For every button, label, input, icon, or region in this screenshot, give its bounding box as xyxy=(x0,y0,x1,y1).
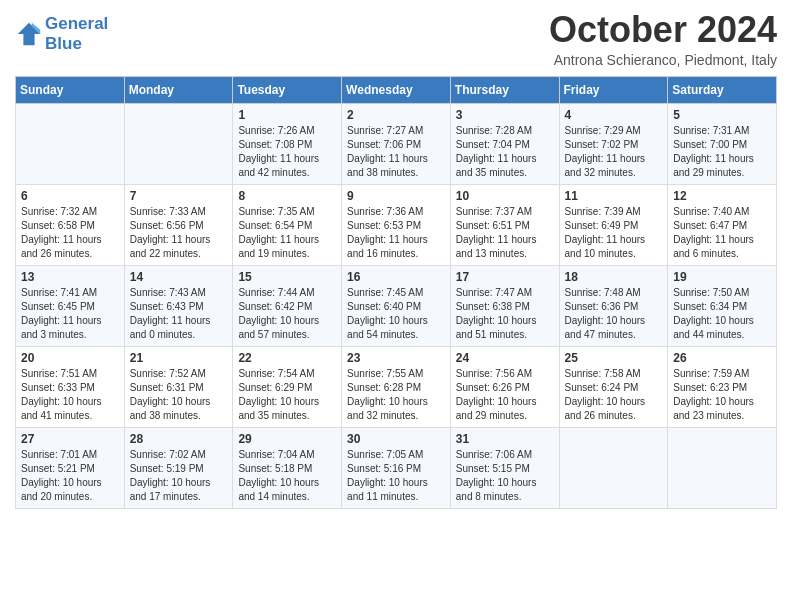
logo-text: General Blue xyxy=(45,14,108,55)
cell-day: 4Sunrise: 7:29 AMSunset: 7:02 PMDaylight… xyxy=(559,103,668,184)
cell-day: 10Sunrise: 7:37 AMSunset: 6:51 PMDayligh… xyxy=(450,184,559,265)
calendar-page: General Blue October 2024 Antrona Schier… xyxy=(0,0,792,524)
cell-day: 16Sunrise: 7:45 AMSunset: 6:40 PMDayligh… xyxy=(342,265,451,346)
cell-day xyxy=(559,427,668,508)
logo: General Blue xyxy=(15,14,108,55)
cell-day: 17Sunrise: 7:47 AMSunset: 6:38 PMDayligh… xyxy=(450,265,559,346)
week-row-3: 13Sunrise: 7:41 AMSunset: 6:45 PMDayligh… xyxy=(16,265,777,346)
day-number: 12 xyxy=(673,189,771,203)
day-number: 15 xyxy=(238,270,336,284)
day-info: Sunrise: 7:41 AMSunset: 6:45 PMDaylight:… xyxy=(21,286,119,342)
day-number: 20 xyxy=(21,351,119,365)
day-info: Sunrise: 7:39 AMSunset: 6:49 PMDaylight:… xyxy=(565,205,663,261)
col-wednesday: Wednesday xyxy=(342,76,451,103)
day-info: Sunrise: 7:06 AMSunset: 5:15 PMDaylight:… xyxy=(456,448,554,504)
week-row-2: 6Sunrise: 7:32 AMSunset: 6:58 PMDaylight… xyxy=(16,184,777,265)
cell-day: 18Sunrise: 7:48 AMSunset: 6:36 PMDayligh… xyxy=(559,265,668,346)
day-info: Sunrise: 7:54 AMSunset: 6:29 PMDaylight:… xyxy=(238,367,336,423)
day-info: Sunrise: 7:40 AMSunset: 6:47 PMDaylight:… xyxy=(673,205,771,261)
day-number: 10 xyxy=(456,189,554,203)
day-info: Sunrise: 7:43 AMSunset: 6:43 PMDaylight:… xyxy=(130,286,228,342)
cell-day: 3Sunrise: 7:28 AMSunset: 7:04 PMDaylight… xyxy=(450,103,559,184)
day-number: 22 xyxy=(238,351,336,365)
day-info: Sunrise: 7:37 AMSunset: 6:51 PMDaylight:… xyxy=(456,205,554,261)
day-info: Sunrise: 7:28 AMSunset: 7:04 PMDaylight:… xyxy=(456,124,554,180)
cell-day: 1Sunrise: 7:26 AMSunset: 7:08 PMDaylight… xyxy=(233,103,342,184)
day-info: Sunrise: 7:01 AMSunset: 5:21 PMDaylight:… xyxy=(21,448,119,504)
day-info: Sunrise: 7:59 AMSunset: 6:23 PMDaylight:… xyxy=(673,367,771,423)
calendar-table: Sunday Monday Tuesday Wednesday Thursday… xyxy=(15,76,777,509)
cell-day xyxy=(668,427,777,508)
cell-day: 7Sunrise: 7:33 AMSunset: 6:56 PMDaylight… xyxy=(124,184,233,265)
day-number: 5 xyxy=(673,108,771,122)
day-number: 6 xyxy=(21,189,119,203)
location-subtitle: Antrona Schieranco, Piedmont, Italy xyxy=(549,52,777,68)
day-number: 13 xyxy=(21,270,119,284)
day-number: 7 xyxy=(130,189,228,203)
cell-day: 26Sunrise: 7:59 AMSunset: 6:23 PMDayligh… xyxy=(668,346,777,427)
cell-day: 6Sunrise: 7:32 AMSunset: 6:58 PMDaylight… xyxy=(16,184,125,265)
day-number: 16 xyxy=(347,270,445,284)
cell-day: 23Sunrise: 7:55 AMSunset: 6:28 PMDayligh… xyxy=(342,346,451,427)
logo-icon xyxy=(15,20,43,48)
day-number: 14 xyxy=(130,270,228,284)
col-tuesday: Tuesday xyxy=(233,76,342,103)
day-number: 2 xyxy=(347,108,445,122)
cell-day: 27Sunrise: 7:01 AMSunset: 5:21 PMDayligh… xyxy=(16,427,125,508)
day-number: 29 xyxy=(238,432,336,446)
cell-day: 25Sunrise: 7:58 AMSunset: 6:24 PMDayligh… xyxy=(559,346,668,427)
day-number: 4 xyxy=(565,108,663,122)
day-info: Sunrise: 7:31 AMSunset: 7:00 PMDaylight:… xyxy=(673,124,771,180)
logo-blue: Blue xyxy=(45,34,108,54)
day-number: 23 xyxy=(347,351,445,365)
month-title: October 2024 xyxy=(549,10,777,50)
day-number: 18 xyxy=(565,270,663,284)
cell-day: 22Sunrise: 7:54 AMSunset: 6:29 PMDayligh… xyxy=(233,346,342,427)
day-info: Sunrise: 7:51 AMSunset: 6:33 PMDaylight:… xyxy=(21,367,119,423)
cell-day: 13Sunrise: 7:41 AMSunset: 6:45 PMDayligh… xyxy=(16,265,125,346)
day-number: 1 xyxy=(238,108,336,122)
cell-day: 11Sunrise: 7:39 AMSunset: 6:49 PMDayligh… xyxy=(559,184,668,265)
col-sunday: Sunday xyxy=(16,76,125,103)
week-row-4: 20Sunrise: 7:51 AMSunset: 6:33 PMDayligh… xyxy=(16,346,777,427)
day-info: Sunrise: 7:48 AMSunset: 6:36 PMDaylight:… xyxy=(565,286,663,342)
col-friday: Friday xyxy=(559,76,668,103)
cell-day: 19Sunrise: 7:50 AMSunset: 6:34 PMDayligh… xyxy=(668,265,777,346)
day-number: 27 xyxy=(21,432,119,446)
day-info: Sunrise: 7:36 AMSunset: 6:53 PMDaylight:… xyxy=(347,205,445,261)
day-info: Sunrise: 7:45 AMSunset: 6:40 PMDaylight:… xyxy=(347,286,445,342)
day-info: Sunrise: 7:55 AMSunset: 6:28 PMDaylight:… xyxy=(347,367,445,423)
col-monday: Monday xyxy=(124,76,233,103)
week-row-1: 1Sunrise: 7:26 AMSunset: 7:08 PMDaylight… xyxy=(16,103,777,184)
cell-day: 9Sunrise: 7:36 AMSunset: 6:53 PMDaylight… xyxy=(342,184,451,265)
day-info: Sunrise: 7:05 AMSunset: 5:16 PMDaylight:… xyxy=(347,448,445,504)
cell-day: 5Sunrise: 7:31 AMSunset: 7:00 PMDaylight… xyxy=(668,103,777,184)
day-info: Sunrise: 7:35 AMSunset: 6:54 PMDaylight:… xyxy=(238,205,336,261)
cell-day xyxy=(124,103,233,184)
day-number: 24 xyxy=(456,351,554,365)
day-info: Sunrise: 7:04 AMSunset: 5:18 PMDaylight:… xyxy=(238,448,336,504)
day-info: Sunrise: 7:56 AMSunset: 6:26 PMDaylight:… xyxy=(456,367,554,423)
day-info: Sunrise: 7:52 AMSunset: 6:31 PMDaylight:… xyxy=(130,367,228,423)
day-info: Sunrise: 7:26 AMSunset: 7:08 PMDaylight:… xyxy=(238,124,336,180)
day-number: 9 xyxy=(347,189,445,203)
cell-day: 14Sunrise: 7:43 AMSunset: 6:43 PMDayligh… xyxy=(124,265,233,346)
cell-day: 15Sunrise: 7:44 AMSunset: 6:42 PMDayligh… xyxy=(233,265,342,346)
cell-day: 21Sunrise: 7:52 AMSunset: 6:31 PMDayligh… xyxy=(124,346,233,427)
header-row: Sunday Monday Tuesday Wednesday Thursday… xyxy=(16,76,777,103)
day-info: Sunrise: 7:50 AMSunset: 6:34 PMDaylight:… xyxy=(673,286,771,342)
title-block: October 2024 Antrona Schieranco, Piedmon… xyxy=(549,10,777,68)
cell-day xyxy=(16,103,125,184)
col-thursday: Thursday xyxy=(450,76,559,103)
day-number: 30 xyxy=(347,432,445,446)
day-number: 19 xyxy=(673,270,771,284)
day-info: Sunrise: 7:58 AMSunset: 6:24 PMDaylight:… xyxy=(565,367,663,423)
cell-day: 28Sunrise: 7:02 AMSunset: 5:19 PMDayligh… xyxy=(124,427,233,508)
week-row-5: 27Sunrise: 7:01 AMSunset: 5:21 PMDayligh… xyxy=(16,427,777,508)
cell-day: 2Sunrise: 7:27 AMSunset: 7:06 PMDaylight… xyxy=(342,103,451,184)
day-number: 28 xyxy=(130,432,228,446)
day-number: 31 xyxy=(456,432,554,446)
day-info: Sunrise: 7:27 AMSunset: 7:06 PMDaylight:… xyxy=(347,124,445,180)
header: General Blue October 2024 Antrona Schier… xyxy=(15,10,777,68)
col-saturday: Saturday xyxy=(668,76,777,103)
